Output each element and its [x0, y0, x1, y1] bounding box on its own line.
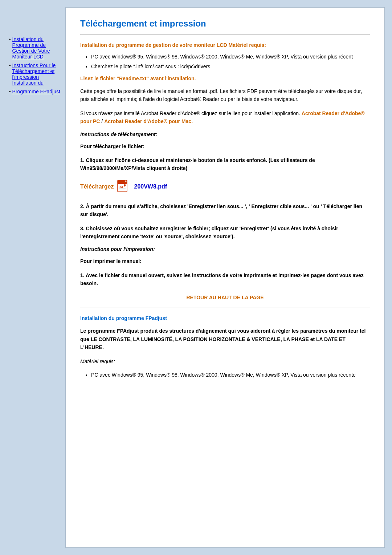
svg-rect-3 [124, 183, 126, 186]
step1-text: 1. Cliquez sur l'icône ci-dessous et mai… [80, 156, 370, 173]
warning-text: Lisez le fichier "Readme.txt" avant l'in… [80, 76, 370, 81]
acrobat-text: Si vous n'avez pas installé Acrobat Read… [80, 109, 370, 126]
pdf-filename-link[interactable]: 200VW8.pdf [134, 183, 167, 190]
bullet-1: • [9, 37, 11, 42]
fpadjust-text: Le programme FPAdjust produit des struct… [80, 327, 370, 351]
acrobat-separator: / [101, 118, 104, 124]
sidebar-item-install[interactable]: • Installation du Programme de Gestion d… [9, 36, 62, 60]
download-row: Téléchargez PDF 200V [80, 180, 370, 194]
main-content: Téléchargement et impression Installatio… [65, 7, 385, 548]
fpadjust-requirement-1: PC avec Windows® 95, Windows® 98, Window… [91, 371, 370, 379]
divider-1 [80, 35, 370, 35]
print-intro: Pour imprimer le manuel: [80, 257, 370, 265]
dl-intro: Pour télécharger le fichier: [80, 142, 370, 150]
divider-2 [80, 308, 370, 308]
acrobat-text-before: Si vous n'avez pas installé Acrobat Read… [80, 110, 300, 116]
print-instructions-heading: Instructions pour l'impression: [80, 246, 370, 252]
print-step1: 1. Avec le fichier du manuel ouvert, sui… [80, 271, 370, 288]
bullet-2: • [9, 63, 11, 68]
step3-text: 3. Choisissez où vous souhaitez enregist… [80, 224, 370, 241]
requirement-1: PC avec Windows® 95, Windows® 98, Window… [91, 53, 370, 61]
step2-text: 2. À partir du menu qui s'affiche, chois… [80, 202, 370, 219]
sidebar-link-install[interactable]: Installation du Programme de Gestion de … [12, 36, 62, 60]
fpadjust-requirements-list: PC avec Windows® 95, Windows® 98, Window… [91, 371, 370, 379]
svg-text:PDF: PDF [119, 186, 124, 188]
requirement-2: Cherchez le pilote ".inf/.icm/.cat" sous… [91, 63, 370, 70]
materiel-requis: Matériel requis: [80, 357, 370, 365]
requirements-list: PC avec Windows® 95, Windows® 98, Window… [91, 53, 370, 70]
page-title: Téléchargement et impression [80, 19, 370, 29]
pdf-icon: PDF [117, 180, 130, 194]
retour-link[interactable]: RETOUR AU HAUT DE LA PAGE [80, 295, 370, 300]
sidebar: • Installation du Programme de Gestion d… [7, 7, 65, 548]
intro-text: Cette page offre la possibilité de lire … [80, 87, 370, 104]
dl-instructions-heading: Instructions de téléchargement: [80, 131, 370, 137]
sidebar-item-instructions[interactable]: • Instructions Pour le Téléchargement et… [9, 62, 62, 86]
bullet-3: • [9, 89, 11, 94]
acrobat-link-mac[interactable]: Acrobat Reader d'Adobe® pour Mac. [104, 118, 193, 124]
sidebar-link-fpadjust[interactable]: Programme FPadjust [12, 89, 60, 94]
section2-heading[interactable]: Installation du programme FPadjust [80, 315, 167, 321]
sidebar-item-fpadjust[interactable]: • Programme FPadjust [9, 89, 62, 94]
sidebar-link-instructions[interactable]: Instructions Pour le Téléchargement et l… [12, 62, 62, 86]
section1-heading: Installation du programme de gestion de … [80, 42, 370, 48]
download-label: Téléchargez [80, 183, 114, 190]
